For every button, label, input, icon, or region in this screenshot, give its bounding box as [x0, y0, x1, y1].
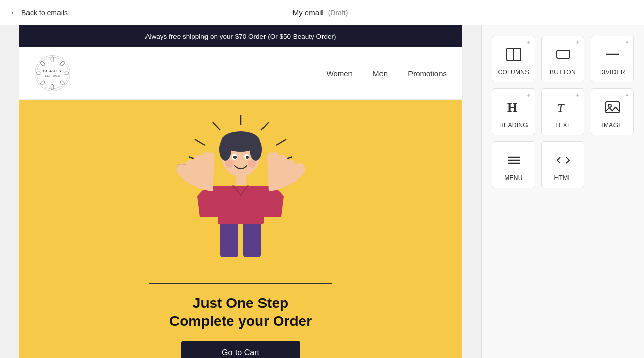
sidebar-item-heading[interactable]: ✦ H HEADING — [492, 88, 535, 135]
drag-handle-text: ✦ — [575, 92, 580, 99]
menu-icon — [504, 150, 524, 170]
nav-section: BEAUTY EST. 2016 Women Men Promotions — [19, 47, 462, 100]
drag-handle-columns: ✦ — [526, 39, 531, 46]
sidebar-item-button[interactable]: ✦ BUTTON — [541, 36, 584, 82]
hero-heading-line1: Just One Step — [169, 294, 312, 312]
logo-area: BEAUTY EST. 2016 — [35, 55, 70, 91]
top-bar: ← Back to emails My email (Draft) — [0, 0, 644, 25]
drag-handle-heading: ✦ — [526, 92, 531, 99]
menu-label: MENU — [504, 174, 523, 182]
svg-point-25 — [246, 156, 249, 159]
svg-point-7 — [36, 72, 41, 75]
svg-text:EST. 2016: EST. 2016 — [45, 74, 60, 77]
heading-icon: H — [504, 97, 524, 117]
svg-point-39 — [608, 104, 611, 107]
nav-women[interactable]: Women — [327, 69, 353, 78]
canvas-area[interactable]: Always free shipping on your $70 Order (… — [0, 25, 481, 358]
components-sidebar: ✦ COLUMNS ✦ BUTTON — [481, 25, 644, 358]
columns-label: COLUMNS — [497, 69, 529, 76]
hero-text-block: Just One Step Complete your Order Go to … — [169, 294, 312, 358]
svg-point-6 — [40, 80, 45, 86]
sidebar-item-html[interactable]: HTML — [541, 141, 584, 188]
button-label: BUTTON — [550, 69, 576, 76]
svg-rect-31 — [218, 214, 264, 224]
svg-point-2 — [60, 61, 65, 66]
svg-rect-34 — [557, 50, 570, 58]
svg-point-4 — [60, 80, 65, 86]
divider-label: DIVIDER — [599, 69, 625, 76]
divider-icon — [602, 44, 623, 65]
sidebar-item-divider[interactable]: ✦ DIVIDER — [591, 36, 634, 82]
go-to-cart-button[interactable]: Go to Cart — [181, 341, 300, 358]
heading-label: HEADING — [499, 122, 528, 129]
svg-text:H: H — [507, 100, 517, 115]
image-label: IMAGE — [602, 122, 622, 129]
svg-line-13 — [276, 139, 286, 145]
back-to-emails-link[interactable]: ← Back to emails — [10, 8, 68, 17]
hero-illustration — [159, 115, 322, 278]
svg-line-14 — [213, 122, 220, 130]
text-label: TEXT — [555, 122, 571, 129]
button-icon — [553, 44, 573, 65]
brand-logo: BEAUTY EST. 2016 — [35, 55, 70, 91]
svg-line-12 — [261, 122, 269, 130]
email-wrapper: Always free shipping on your $70 Order (… — [19, 25, 462, 358]
email-title-area: My email (Draft) — [292, 8, 348, 17]
nav-promotions[interactable]: Promotions — [408, 69, 447, 78]
draft-badge: (Draft) — [328, 9, 348, 17]
hero-divider-line — [149, 283, 332, 284]
back-arrow-icon: ← — [10, 8, 18, 17]
main-layout: Always free shipping on your $70 Order (… — [0, 25, 644, 358]
email-title: My email — [292, 8, 323, 17]
svg-text:BEAUTY: BEAUTY — [43, 69, 62, 73]
svg-rect-28 — [236, 175, 246, 185]
banner-text: Always free shipping on your $70 Order (… — [145, 33, 336, 40]
svg-point-1 — [51, 57, 54, 62]
nav-men[interactable]: Men — [373, 69, 388, 78]
sidebar-item-columns[interactable]: ✦ COLUMNS — [492, 36, 535, 82]
hero-section: Just One Step Complete your Order Go to … — [19, 100, 462, 358]
promo-banner: Always free shipping on your $70 Order (… — [19, 25, 462, 47]
drag-handle-button: ✦ — [575, 39, 580, 46]
svg-point-24 — [233, 156, 237, 159]
svg-point-27 — [248, 160, 256, 168]
drag-handle-image: ✦ — [625, 92, 629, 99]
html-label: HTML — [554, 174, 572, 182]
svg-point-21 — [250, 138, 262, 161]
back-label: Back to emails — [21, 9, 68, 17]
columns-icon — [504, 44, 524, 65]
sidebar-item-image[interactable]: ✦ IMAGE — [591, 88, 634, 135]
svg-point-8 — [40, 61, 45, 66]
drag-handle-divider: ✦ — [625, 39, 629, 46]
svg-text:T: T — [557, 101, 565, 114]
svg-point-20 — [219, 138, 231, 161]
svg-line-15 — [195, 139, 205, 145]
sidebar-item-menu[interactable]: MENU — [492, 141, 535, 188]
svg-point-26 — [225, 160, 233, 168]
components-grid: ✦ COLUMNS ✦ BUTTON — [492, 36, 634, 188]
sidebar-item-text[interactable]: ✦ T TEXT — [541, 88, 584, 135]
text-icon: T — [553, 97, 573, 117]
nav-links: Women Men Promotions — [327, 69, 447, 78]
image-icon — [602, 97, 623, 117]
hero-heading-line2: Complete your Order — [169, 312, 312, 331]
html-icon — [553, 150, 573, 170]
hero-heading: Just One Step Complete your Order — [169, 294, 312, 331]
